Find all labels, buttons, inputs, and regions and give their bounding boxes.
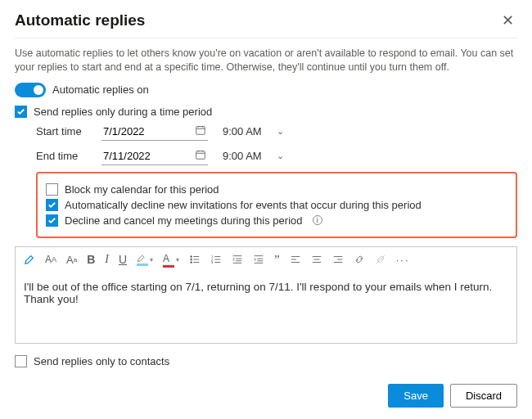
align-center-button[interactable] <box>311 254 322 265</box>
bold-button[interactable]: B <box>87 253 95 266</box>
intro-text: Use automatic replies to let others know… <box>15 47 517 74</box>
numbering-button[interactable]: 123 <box>210 254 222 265</box>
discard-button[interactable]: Discard <box>450 384 517 408</box>
time-period-checkbox[interactable] <box>15 106 27 118</box>
indent-button[interactable] <box>253 254 264 265</box>
auto-replies-toggle[interactable] <box>15 83 46 97</box>
decline-new-checkbox[interactable] <box>46 199 58 211</box>
save-button[interactable]: Save <box>388 384 444 408</box>
start-date-input[interactable] <box>101 123 208 141</box>
bullets-button[interactable] <box>189 254 201 265</box>
start-time-dropdown[interactable]: 9:00 AM ⌄ <box>223 125 284 137</box>
svg-point-12 <box>191 262 192 264</box>
cancel-meetings-label: Decline and cancel my meetings during th… <box>65 214 303 227</box>
align-left-button[interactable] <box>290 254 301 265</box>
auto-replies-toggle-label: Automatic replies on <box>52 83 149 96</box>
contacts-only-checkbox[interactable] <box>15 355 27 367</box>
end-time-label: End time <box>36 150 101 162</box>
chevron-down-icon: ⌄ <box>277 151 284 161</box>
end-date-input[interactable] <box>101 147 208 165</box>
quote-button[interactable]: ” <box>274 253 280 267</box>
svg-point-10 <box>191 259 192 260</box>
svg-point-8 <box>191 256 192 258</box>
svg-text:3: 3 <box>211 261 214 265</box>
editor-toolbar: AA Aa B I U ▾ A▾ 123 ” ··· <box>16 247 516 273</box>
contacts-only-label: Send replies only to contacts <box>34 355 169 367</box>
options-highlight-box: Block my calendar for this period Automa… <box>36 172 517 238</box>
info-icon[interactable]: i <box>313 215 322 225</box>
italic-button[interactable]: I <box>105 253 109 266</box>
unlink-button[interactable] <box>375 254 386 265</box>
end-time-dropdown[interactable]: 9:00 AM ⌄ <box>223 150 284 162</box>
cancel-meetings-checkbox[interactable] <box>46 214 58 227</box>
page-title: Automatic replies <box>15 11 145 29</box>
more-options-button[interactable]: ··· <box>396 254 410 266</box>
decline-new-label: Automatically decline new invitations fo… <box>65 199 422 211</box>
message-editor: AA Aa B I U ▾ A▾ 123 ” ··· I'll be out o… <box>15 246 517 344</box>
start-time-label: Start time <box>36 125 101 137</box>
font-style-icon[interactable]: Aa <box>66 254 77 266</box>
format-painter-icon[interactable] <box>24 254 35 265</box>
block-calendar-checkbox[interactable] <box>46 183 58 196</box>
link-button[interactable] <box>354 254 365 265</box>
highlight-button[interactable]: ▾ <box>137 253 153 266</box>
divider <box>15 38 517 38</box>
block-calendar-label: Block my calendar for this period <box>65 183 219 196</box>
close-icon[interactable]: ✕ <box>498 10 517 31</box>
time-period-label: Send replies only during a time period <box>34 106 212 118</box>
chevron-down-icon: ⌄ <box>277 126 284 137</box>
period-block: Start time 9:00 AM ⌄ End time 9:00 AM ⌄ <box>36 123 517 238</box>
message-textarea[interactable]: I'll be out of the office starting on 7/… <box>16 273 516 343</box>
font-color-button[interactable]: A▾ <box>163 252 179 268</box>
underline-button[interactable]: U <box>119 253 127 266</box>
outdent-button[interactable] <box>232 254 243 265</box>
font-size-icon[interactable]: AA <box>45 254 56 265</box>
align-right-button[interactable] <box>332 254 344 265</box>
